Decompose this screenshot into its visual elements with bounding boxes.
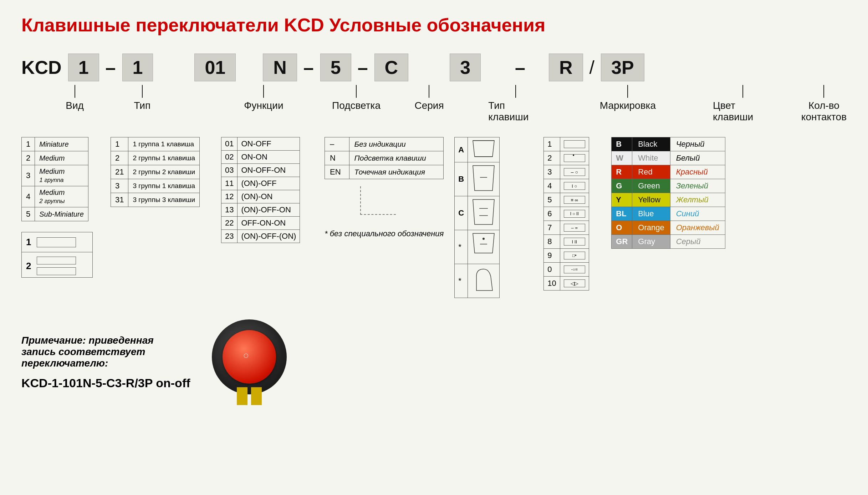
table-row: 2 Medium	[22, 151, 88, 165]
code-box-7: 3	[450, 54, 481, 81]
label-vid: Вид	[66, 100, 84, 111]
table-row: 3 Medium1 группа	[22, 165, 88, 186]
code-slash: /	[589, 57, 594, 78]
table-row: 13 (ON)-OFF-ON	[221, 203, 300, 217]
table-row: 23 (ON)-OFF-(ON)	[221, 230, 300, 243]
code-row: KCD 1 – 1 01 N – 5 – C 3 – R / 3P	[21, 54, 847, 81]
table-row: 5 ≡ ∞	[544, 193, 589, 207]
table-row: 1 Miniature	[22, 137, 88, 151]
funkcii-section: 01 ON-OFF 02 ON-ON 03 ON-OFF-ON 11 (ON)-…	[221, 137, 314, 243]
code-box-2: 1	[122, 54, 153, 81]
vid-table: 1 Miniature 2 Medium 3 Medium1 группа 4 …	[21, 137, 88, 221]
note-label: Примечание: приведенная запись соответст…	[21, 335, 185, 369]
table-row: 3 3 группы 1 клавиша	[111, 179, 200, 193]
table-row: 4 I ○	[544, 179, 589, 193]
markirovka-section: 1 2 • 3 – ○ 4 I ○ 5 ≡ ∞	[543, 137, 601, 291]
markirovka-table: 1 2 • 3 – ○ 4 I ○ 5 ≡ ∞	[543, 137, 589, 291]
key-type-section: A B	[454, 137, 533, 298]
labels-row: Вид Тип Функции Подсветка Серия Тип клав…	[21, 85, 847, 123]
table-row: 1	[544, 137, 589, 151]
svg-marker-8	[473, 233, 494, 253]
table-row: 5 Sub-Miniature	[22, 207, 88, 221]
code-dash-4: –	[515, 57, 525, 78]
color-section: B Black Черный W White Белый R Red Красн…	[611, 137, 732, 249]
table-row: GR Gray Серый	[612, 235, 725, 249]
table-row: B Black Черный	[612, 137, 725, 151]
tip-table: 1 1 группа 1 клавиша 2 2 группы 1 клавиш…	[111, 137, 200, 207]
podsvetka-keytype-section: – Без индикации N Подсветка клавиши EN Т…	[325, 137, 444, 238]
table-row: 21 2 группы 2 клавиши	[111, 165, 200, 179]
code-box-5: 5	[320, 54, 351, 81]
label-tip: Тип	[134, 100, 150, 111]
code-box-9: 3P	[601, 54, 644, 81]
label-cvet-klavishi: Цвет клавиши	[713, 100, 773, 123]
table-row: B	[455, 162, 500, 196]
code-box-8: R	[549, 54, 583, 81]
svg-marker-5	[473, 199, 494, 224]
page-title: Клавишные переключатели KCD Условные обо…	[21, 14, 847, 36]
table-row: 2 •	[544, 151, 589, 165]
funkcii-table: 01 ON-OFF 02 ON-ON 03 ON-OFF-ON 11 (ON)-…	[221, 137, 300, 243]
table-row: *	[455, 230, 500, 264]
tip-diagrams: 1 2	[21, 232, 93, 278]
table-row: C	[455, 196, 500, 230]
table-row: A	[455, 137, 500, 162]
vid-section: 1 Miniature 2 Medium 3 Medium1 группа 4 …	[21, 137, 100, 278]
table-row: 6 I ○ II	[544, 207, 589, 221]
table-row: 31 3 группы 3 клавиши	[111, 193, 200, 207]
color-table: B Black Черный W White Белый R Red Красн…	[611, 137, 725, 249]
table-row: 03 ON-OFF-ON	[221, 164, 300, 177]
table-row: R Red Красный	[612, 165, 725, 179]
code-dash-3: –	[358, 57, 368, 78]
table-row: 7 – =	[544, 221, 589, 235]
table-row: 9 □•	[544, 249, 589, 263]
table-row: 8 I II	[544, 235, 589, 249]
label-funkcii: Функции	[244, 100, 283, 111]
code-box-4: N	[263, 54, 297, 81]
table-row: 22 OFF-ON-ON	[221, 217, 300, 230]
dashed-connection	[360, 186, 396, 215]
main-content: 1 Miniature 2 Medium 3 Medium1 группа 4 …	[21, 137, 847, 298]
code-prefix: KCD	[21, 57, 62, 78]
table-row: 11 (ON)-OFF	[221, 177, 300, 190]
table-row: Y Yellow Желтый	[612, 193, 725, 207]
table-row: *	[455, 264, 500, 298]
note-code: KCD-1-101N-5-C3-R/3P on-off	[21, 376, 190, 390]
podsvetka-table: – Без индикации N Подсветка клавиши EN Т…	[325, 137, 444, 179]
label-podsvetka: Подсветка	[332, 100, 381, 111]
table-row: W White Белый	[612, 151, 725, 165]
key-type-table: A B	[454, 137, 500, 298]
table-row: 10 ◁▷	[544, 277, 589, 291]
table-row: EN Точечная индикация	[325, 165, 444, 179]
table-row: – Без индикации	[325, 137, 444, 151]
table-row: 0 -○=	[544, 263, 589, 277]
code-box-1: 1	[68, 54, 99, 81]
table-row: G Green Зеленый	[612, 179, 725, 193]
svg-marker-0	[473, 141, 494, 157]
table-row: BL Blue Синий	[612, 207, 725, 221]
footer-note: * без специального обозначения	[325, 229, 444, 238]
table-row: 3 – ○	[544, 165, 589, 179]
table-row: 12 (ON)-ON	[221, 190, 300, 203]
svg-point-10	[482, 238, 485, 240]
table-row: 2 2 группы 1 клавиша	[111, 151, 200, 165]
table-row: 02 ON-ON	[221, 151, 300, 164]
table-row: N Подсветка клавиши	[325, 151, 444, 165]
label-seria: Серия	[414, 100, 444, 111]
note-section: Примечание: приведенная запись соответст…	[21, 319, 847, 405]
code-dash-2: –	[303, 57, 314, 78]
code-box-6: C	[374, 54, 409, 81]
table-row: O Orange Оранжевый	[612, 221, 725, 235]
table-row: 01 ON-OFF	[221, 137, 300, 151]
code-dash-1: –	[106, 57, 116, 78]
tip-section: 1 1 группа 1 клавиша 2 2 группы 1 клавиш…	[111, 137, 210, 207]
label-kol-vo: Кол-во контактов	[801, 100, 847, 123]
label-tip-klavishi: Тип клавиши	[488, 100, 543, 123]
svg-marker-3	[473, 166, 494, 191]
code-box-3: 01	[194, 54, 236, 81]
table-row: 4 Medium2 группы	[22, 186, 88, 207]
switch-illustration: ○	[212, 319, 290, 405]
label-markirovka: Маркировка	[600, 100, 656, 111]
table-row: 1 1 группа 1 клавиша	[111, 137, 200, 151]
